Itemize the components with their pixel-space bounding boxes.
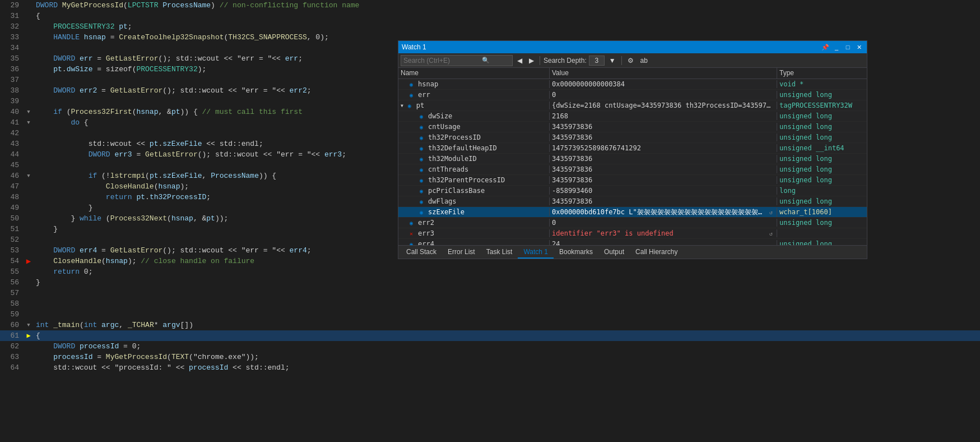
var-name: hsnap: [418, 80, 438, 88]
watch-tab-watch-1[interactable]: Watch 1: [518, 246, 554, 259]
watch-bottom-tabs: Call StackError ListTask ListWatch 1Book…: [398, 245, 867, 259]
watch-row[interactable]: ◉th32ParentProcessID3435973836unsigned l…: [398, 175, 867, 186]
watch-cell-value: 0: [550, 91, 777, 99]
watch-tab-error-list[interactable]: Error List: [442, 246, 481, 259]
watch-row[interactable]: ◉th32ProcessID3435973836unsigned long: [398, 132, 867, 143]
watch-row[interactable]: ▼◉pt{dwSize=2168 cntUsage=3435973836 th3…: [398, 100, 867, 111]
line-number: 43: [0, 140, 24, 148]
var-name: th32ParentProcessID: [428, 176, 505, 184]
line-number: 45: [0, 161, 24, 169]
var-name: err3: [418, 229, 434, 237]
code-content: PROCESSENTRY32 pt;: [34, 22, 980, 31]
search-depth-input[interactable]: 3: [589, 56, 605, 66]
gutter-icon[interactable]: ▶: [24, 332, 34, 340]
watch-cell-name: ◉err4: [398, 240, 550, 245]
watch-cell-type: unsigned long: [777, 112, 867, 120]
line-number: 29: [0, 1, 24, 10]
search-box[interactable]: 🔍: [401, 55, 513, 66]
watch-icon: ◉: [417, 176, 425, 184]
watch-icon: ◉: [417, 197, 425, 205]
watch-icon: ◉: [417, 208, 425, 216]
var-name: th32DefaultHeapID: [428, 144, 497, 152]
toolbar-format-button[interactable]: ab: [638, 56, 650, 66]
error-icon: ✕: [407, 229, 415, 237]
code-content: {: [34, 332, 980, 340]
watch-tab-call-stack[interactable]: Call Stack: [401, 246, 442, 259]
watch-cell-type: unsigned __int64: [777, 144, 867, 152]
watch-titlebar: Watch 1 📌 _ □ ✕: [398, 41, 867, 53]
nav-back-button[interactable]: ◀: [515, 56, 524, 66]
watch-row[interactable]: ◉err424unsigned long: [398, 239, 867, 245]
close-button[interactable]: ✕: [854, 43, 863, 52]
col-header-type: Type: [777, 68, 867, 79]
watch-cell-value: {dwSize=2168 cntUsage=3435973836 th32Pro…: [550, 102, 777, 109]
watch-row[interactable]: ◉cntThreads3435973836unsigned long: [398, 164, 867, 175]
watch-row[interactable]: ◉err20unsigned long: [398, 218, 867, 228]
line-number: 62: [0, 342, 24, 351]
watch-cell-value: 1475739525898676741292: [550, 144, 777, 152]
nav-forward-button[interactable]: ▶: [527, 56, 536, 66]
watch-row[interactable]: ◉dwSize2168unsigned long: [398, 111, 867, 122]
watch-row[interactable]: ◉hsnap0x0000000000000384void *: [398, 79, 867, 90]
line-number: 55: [0, 268, 24, 276]
watch-cell-value: 3435973836: [550, 197, 777, 205]
watch-cell-value: 3435973836: [550, 155, 777, 163]
watch-tab-bookmarks[interactable]: Bookmarks: [554, 246, 598, 259]
watch-tab-output[interactable]: Output: [598, 246, 630, 259]
watch-row[interactable]: ◉th32DefaultHeapID1475739525898676741292…: [398, 143, 867, 154]
maximize-button[interactable]: □: [843, 43, 852, 52]
watch-row[interactable]: ◉th32ModuleID3435973836unsigned long: [398, 154, 867, 164]
watch-row[interactable]: ◉pcPriClassBase-858993460long: [398, 186, 867, 196]
line-number: 42: [0, 129, 24, 137]
watch-icon: ◉: [417, 165, 425, 173]
code-line: 63 processId = MyGetProcessId(TEXT("chro…: [0, 352, 980, 362]
watch-icon: ◉: [407, 91, 415, 99]
watch-cell-name: ◉dwSize: [398, 112, 550, 120]
pin-button[interactable]: 📌: [821, 43, 830, 52]
watch-row[interactable]: ◉cntUsage3435973836unsigned long: [398, 122, 867, 132]
toolbar-filter-button[interactable]: ⚙: [625, 56, 636, 66]
code-line: 64 std::wcout << "processId: " << proces…: [0, 362, 980, 373]
refresh-icon[interactable]: ↺: [768, 209, 774, 215]
expand-icon[interactable]: ▼: [401, 103, 403, 108]
watch-window-title: Watch 1: [402, 43, 426, 51]
watch-tab-task-list[interactable]: Task List: [481, 246, 518, 259]
watch-row[interactable]: ◉szExeFile0x000000bd610fe7bc L"袈袈袈袈袈袈袈袈袈…: [398, 207, 867, 218]
minimize-button[interactable]: _: [832, 43, 841, 52]
depth-dropdown-button[interactable]: ▼: [607, 56, 618, 66]
line-number: 31: [0, 12, 24, 20]
watch-cell-type: tagPROCESSENTRY32W: [777, 102, 867, 109]
watch-icon: ◉: [407, 80, 415, 88]
watch-row[interactable]: ◉dwFlags3435973836unsigned long: [398, 196, 867, 207]
line-number: 53: [0, 246, 24, 255]
code-content: std::wcout << "processId: " << processId…: [34, 363, 980, 372]
line-number: 44: [0, 150, 24, 159]
watch-tab-call-hierarchy[interactable]: Call Hierarchy: [630, 246, 683, 259]
code-content: }: [34, 278, 980, 287]
watch-row[interactable]: ◉err0unsigned long: [398, 90, 867, 100]
watch-cell-type: void *: [777, 80, 867, 88]
code-line: 31{: [0, 11, 980, 21]
watch-table-body[interactable]: ◉hsnap0x0000000000000384void *◉err0unsig…: [398, 79, 867, 245]
watch-cell-name: ◉szExeFile: [398, 208, 550, 216]
watch-row[interactable]: ✕err3identifier "err3" is undefined↺: [398, 228, 867, 239]
var-name: err2: [418, 219, 434, 227]
search-icon[interactable]: 🔍: [482, 57, 490, 64]
search-input[interactable]: [403, 57, 482, 65]
watch-cell-name: ◉th32ProcessID: [398, 133, 550, 141]
line-number: 33: [0, 33, 24, 42]
watch-cell-value: 0: [550, 219, 777, 227]
watch-cell-value: 3435973836: [550, 123, 777, 131]
gutter-icon[interactable]: ▼: [24, 173, 34, 179]
watch-cell-name: ▼◉pt: [398, 102, 550, 109]
col-header-name: Name: [398, 68, 550, 79]
refresh-icon[interactable]: ↺: [768, 230, 774, 237]
gutter-icon[interactable]: ▼: [24, 120, 34, 126]
gutter-icon[interactable]: ▼: [24, 323, 34, 328]
line-number: 40: [0, 108, 24, 116]
gutter-icon[interactable]: ▶: [24, 256, 34, 266]
watch-icon: ◉: [417, 155, 425, 163]
gutter-icon[interactable]: ▼: [24, 109, 34, 115]
watch-cell-name: ◉th32ParentProcessID: [398, 176, 550, 184]
line-number: 54: [0, 257, 24, 265]
